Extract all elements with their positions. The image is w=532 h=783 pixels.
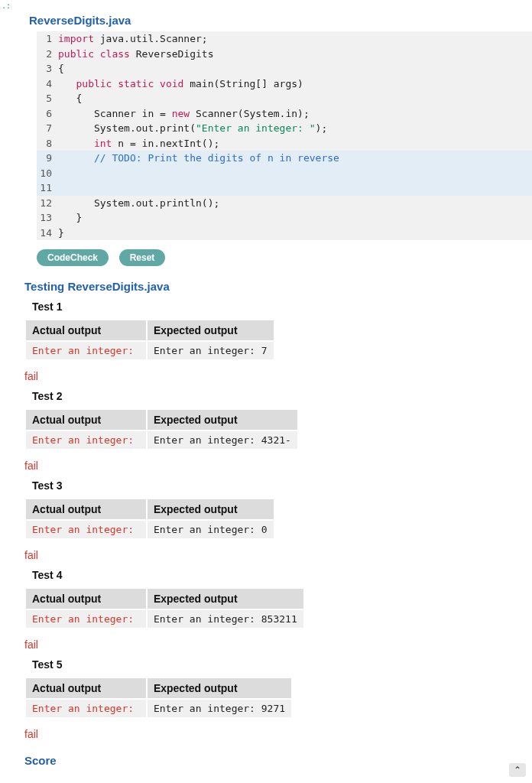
col-expected: Expected output [148,410,297,430]
col-expected: Expected output [148,678,291,698]
reset-button[interactable]: Reset [119,249,166,266]
line-number: 1 [37,31,58,47]
line-number: 6 [37,106,58,122]
code-line[interactable]: 8 int n = in.nextInt(); [37,136,532,151]
code-text[interactable]: // TODO: Print the digits of n in revers… [58,151,532,166]
line-number: 8 [37,136,58,151]
code-text[interactable] [58,180,532,196]
line-number: 13 [37,210,58,226]
code-line[interactable]: 13 } [37,210,532,226]
actual-output: Enter an integer: [26,610,146,628]
code-text[interactable]: { [58,61,532,76]
line-number: 14 [37,226,58,241]
code-line[interactable]: 10 [37,166,532,181]
testing-title: Testing ReverseDigits.java [24,280,532,293]
score-title: Score [24,754,532,767]
code-line[interactable]: 3{ [37,61,532,76]
code-text[interactable] [58,166,532,181]
col-expected: Expected output [148,499,274,519]
line-number: 12 [37,196,58,211]
line-number: 2 [37,47,58,62]
code-line[interactable]: 7 System.out.print("Enter an integer: ")… [37,121,532,136]
fail-label: fail [24,549,532,561]
test-heading: Test 4 [32,569,532,581]
line-number: 10 [37,166,58,181]
button-row: CodeCheck Reset [37,249,532,266]
test-heading: Test 2 [32,390,532,402]
col-actual: Actual output [26,499,146,519]
actual-output: Enter an integer: [26,700,146,717]
test-heading: Test 1 [32,301,532,313]
actual-output: Enter an integer: [26,342,146,359]
code-line[interactable]: 5 { [37,91,532,106]
result-table: Actual outputExpected outputEnter an int… [24,677,293,719]
fail-label: fail [24,728,532,740]
line-number: 9 [37,151,58,166]
corner-mark: .: [2,2,11,10]
col-actual: Actual output [26,589,146,609]
expected-output: Enter an integer: 4321- [148,431,297,449]
fail-label: fail [24,638,532,651]
code-text[interactable]: int n = in.nextInt(); [58,136,532,151]
code-text[interactable]: public class ReverseDigits [58,47,532,62]
line-number: 3 [37,61,58,76]
code-line[interactable]: 12 System.out.println(); [37,196,532,211]
code-text[interactable]: { [58,91,532,106]
code-text[interactable]: import java.util.Scanner; [58,31,532,47]
code-line[interactable]: 11 [37,180,532,196]
line-number: 4 [37,76,58,92]
line-number: 5 [37,91,58,106]
code-editor[interactable]: 1import java.util.Scanner;2public class … [37,31,532,240]
expected-output: Enter an integer: 7 [148,342,274,359]
result-table: Actual outputExpected outputEnter an int… [24,498,275,540]
file-title: ReverseDigits.java [29,14,532,27]
chevron-up-icon: ⌃ [514,765,521,775]
codecheck-button[interactable]: CodeCheck [37,249,109,266]
line-number: 7 [37,121,58,136]
result-table: Actual outputExpected outputEnter an int… [24,587,305,629]
expected-output: Enter an integer: 0 [148,521,274,538]
fail-label: fail [24,460,532,472]
expected-output: Enter an integer: 853211 [148,610,303,628]
code-line[interactable]: 1import java.util.Scanner; [37,31,532,47]
code-line[interactable]: 14} [37,226,532,241]
col-expected: Expected output [148,320,274,340]
code-line[interactable]: 9 // TODO: Print the digits of n in reve… [37,151,532,166]
col-expected: Expected output [148,589,303,609]
tests-area: Test 1Actual outputExpected outputEnter … [23,301,532,740]
code-text[interactable]: System.out.println(); [58,196,532,211]
code-text[interactable]: public static void main(String[] args) [58,76,532,92]
code-text[interactable]: System.out.print("Enter an integer: "); [58,121,532,136]
actual-output: Enter an integer: [26,521,146,538]
code-text[interactable]: Scanner in = new Scanner(System.in); [58,106,532,122]
col-actual: Actual output [26,410,146,430]
actual-output: Enter an integer: [26,431,146,449]
result-table: Actual outputExpected outputEnter an int… [24,408,299,450]
scroll-top-button[interactable]: ⌃ [509,763,526,777]
fail-label: fail [24,370,532,382]
code-line[interactable]: 4 public static void main(String[] args) [37,76,532,92]
line-number: 11 [37,180,58,196]
test-heading: Test 3 [32,479,532,492]
col-actual: Actual output [26,678,146,698]
result-table: Actual outputExpected outputEnter an int… [24,319,275,361]
code-line[interactable]: 2public class ReverseDigits [37,47,532,62]
code-text[interactable]: } [58,210,532,226]
col-actual: Actual output [26,320,146,340]
expected-output: Enter an integer: 9271 [148,700,291,717]
code-line[interactable]: 6 Scanner in = new Scanner(System.in); [37,106,532,122]
test-heading: Test 5 [32,658,532,671]
code-text[interactable]: } [58,226,532,241]
